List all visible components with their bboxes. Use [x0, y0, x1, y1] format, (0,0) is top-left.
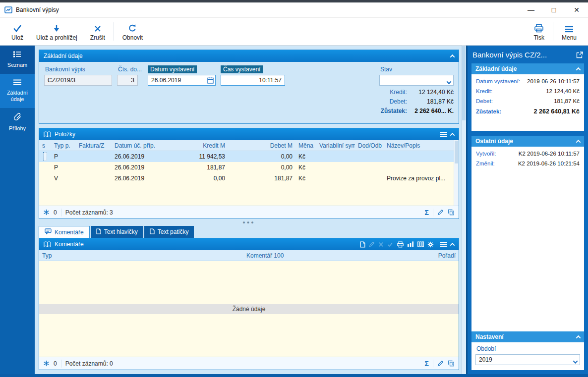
collapse-icon — [577, 140, 580, 143]
printer-icon — [534, 22, 544, 33]
cell-mena: Kč — [295, 175, 316, 182]
table-scrollbar[interactable] — [454, 140, 459, 206]
menu-label: Menu — [562, 34, 577, 41]
column-header[interactable]: Faktura/Z — [76, 142, 112, 149]
card-header[interactable]: Nastavení — [471, 331, 584, 342]
chart-icon[interactable] — [408, 241, 414, 247]
document-icon — [96, 228, 101, 236]
calendar-icon[interactable] — [207, 77, 214, 85]
period-field[interactable] — [475, 354, 580, 365]
status-field[interactable] — [379, 75, 454, 86]
copy-record-icon[interactable] — [448, 209, 455, 215]
basic-panel-body: Bankovní výpis Čís. do... Datum vystaven… — [39, 62, 459, 123]
issue-time-label: Čas vystavení — [221, 65, 263, 73]
comments-table-body: Žádné údaje — [39, 261, 459, 357]
column-header[interactable]: Typ p. — [51, 142, 76, 149]
print-button[interactable]: Tisk — [527, 19, 551, 44]
refresh-button[interactable]: Obnovit — [116, 19, 149, 44]
main-scrollbar[interactable] — [461, 46, 466, 374]
asterisk-icon[interactable] — [43, 360, 50, 367]
row-focus-cell — [43, 152, 47, 161]
debet-label: Debet: — [390, 98, 407, 105]
bottom-tabs: Komentáře Text hlavičky Text patičky — [39, 226, 459, 238]
cancel-button[interactable]: Zrušit — [84, 19, 112, 44]
right-panel-title: Bankovní výpis CZ/2... — [472, 51, 573, 59]
print-grid-icon[interactable] — [397, 241, 404, 248]
basic-panel-header[interactable]: Základní údaje — [39, 50, 459, 62]
issue-time-field[interactable] — [221, 75, 285, 86]
column-header[interactable]: Dod/Odb — [355, 142, 384, 149]
arrow-down-icon — [52, 22, 61, 33]
tab-text-hlavicky[interactable]: Text hlavičky — [91, 226, 143, 238]
asterisk-icon[interactable] — [43, 209, 50, 215]
flag-count: 0 — [54, 360, 57, 367]
flag-count: 0 — [54, 209, 57, 216]
items-panel-header[interactable]: Položky — [39, 128, 459, 140]
column-header[interactable]: Variabilní sym — [316, 142, 355, 149]
issue-date-field[interactable] — [148, 75, 216, 86]
sidebar-item-prilohy[interactable]: Přílohy — [0, 108, 35, 137]
columns-icon[interactable] — [417, 241, 424, 247]
grid-menu-icon[interactable] — [440, 241, 447, 248]
sidebar-item-zakladni-udaje[interactable]: Základní údaje — [0, 74, 35, 108]
copy-record-icon[interactable] — [448, 360, 455, 367]
column-header[interactable]: Datum úč. příp. — [112, 142, 159, 149]
pencil-icon[interactable] — [437, 360, 444, 367]
column-header[interactable]: Kredit M — [159, 142, 228, 149]
info-row: Změnil: K2 2019-06-26 10:21:54 — [471, 159, 584, 168]
card-title: Ostatní údaje — [475, 138, 513, 145]
maximize-button[interactable]: □ — [542, 2, 565, 17]
pencil-icon[interactable] — [437, 209, 444, 215]
tab-label: Text hlavičky — [104, 228, 138, 235]
new-record-icon[interactable] — [360, 241, 365, 248]
number-field[interactable] — [117, 75, 138, 86]
delete-record-icon[interactable] — [378, 242, 384, 247]
column-header[interactable]: Debet M — [228, 142, 295, 149]
tab-text-paticky[interactable]: Text patičky — [144, 226, 194, 238]
statement-field[interactable] — [44, 75, 112, 86]
collapse-icon[interactable] — [451, 243, 454, 246]
tab-label: Komentáře — [55, 229, 84, 236]
save-button[interactable]: Ulož — [5, 19, 30, 44]
menu-button[interactable]: Menu — [555, 19, 583, 44]
column-header[interactable]: Název/Popis — [384, 142, 454, 149]
table-row[interactable]: P 26.06.2019 181,87 0,00 Kč — [39, 162, 454, 173]
column-header[interactable]: Měna — [295, 142, 316, 149]
column-header[interactable]: s — [39, 142, 51, 149]
collapse-icon[interactable] — [451, 54, 454, 58]
refresh-label: Obnovit — [122, 34, 143, 41]
column-header[interactable]: Typ — [39, 252, 243, 259]
column-header[interactable]: Komentář 100 — [243, 252, 423, 259]
comments-panel-header[interactable]: Komentáře — [39, 238, 459, 250]
basic-data-panel: Základní údaje Bankovní výpis Čís. do... — [39, 50, 459, 124]
edit-record-icon[interactable] — [369, 241, 375, 247]
confirm-record-icon[interactable] — [387, 242, 393, 247]
period-dropdown[interactable] — [475, 354, 580, 365]
splitter-handle[interactable]: ●●● — [39, 219, 459, 226]
kredit-summary-row: Kredit: 12 124,40 Kč — [379, 89, 454, 96]
card-header[interactable]: Základní údaje — [471, 63, 584, 74]
sidebar-item-seznam[interactable]: Seznam — [0, 46, 35, 74]
tab-komentare[interactable]: Komentáře — [39, 226, 90, 238]
sum-icon[interactable]: Σ — [425, 209, 429, 216]
refresh-icon — [128, 22, 137, 33]
minimize-button[interactable]: ― — [520, 2, 542, 17]
list-icon — [13, 51, 21, 59]
column-header[interactable]: Pořadí — [423, 252, 459, 259]
right-panel-title-row: Bankovní výpis CZ/2... — [471, 48, 584, 63]
sum-icon[interactable]: Σ — [425, 360, 429, 368]
close-button[interactable]: ✕ — [565, 2, 588, 17]
table-row[interactable]: V 26.06.2019 0,00 181,87 Kč Provize za p… — [39, 173, 454, 184]
collapse-icon[interactable] — [451, 133, 454, 136]
record-count: Počet záznamů: 0 — [65, 360, 113, 367]
right-info-panel: Bankovní výpis CZ/2... Základní údaje Da… — [466, 46, 588, 374]
kredit-value: 12 124,40 Kč — [410, 89, 454, 96]
gear-icon[interactable] — [427, 241, 434, 248]
grid-menu-icon[interactable] — [440, 131, 447, 138]
open-external-icon[interactable] — [576, 52, 583, 58]
status-dropdown[interactable] — [379, 75, 454, 86]
cell-mena: Kč — [295, 164, 316, 171]
card-header[interactable]: Ostatní údaje — [471, 136, 584, 147]
table-row[interactable]: P 26.06.2019 11 942,53 0,00 Kč — [39, 151, 454, 162]
save-and-view-button[interactable]: Ulož a prohlížej — [30, 19, 84, 44]
